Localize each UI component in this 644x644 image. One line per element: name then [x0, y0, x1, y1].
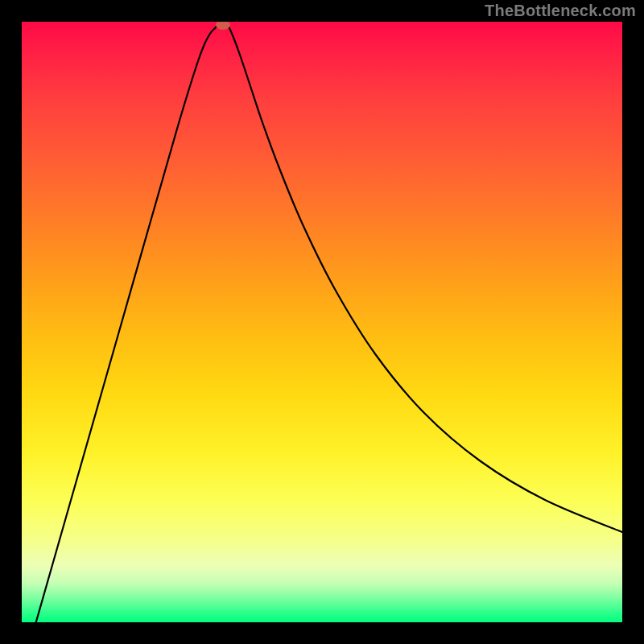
- plot-area: [22, 22, 622, 622]
- curve-layer: [22, 22, 622, 622]
- chart-frame: TheBottleneck.com: [0, 0, 644, 644]
- watermark-text: TheBottleneck.com: [485, 2, 636, 20]
- optimal-point-marker: [216, 22, 230, 30]
- bottleneck-curve: [31, 22, 622, 622]
